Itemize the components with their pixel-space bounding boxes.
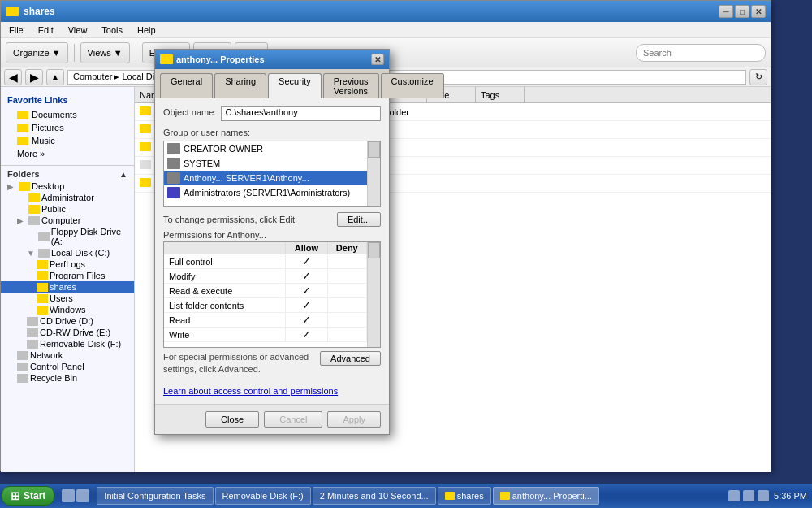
tree-programfiles[interactable]: Program Files: [1, 270, 134, 281]
user-list-container: CREATOR OWNER SYSTEM Anthony... SERVER1\…: [163, 141, 381, 207]
tree-administrator[interactable]: Administrator: [1, 192, 134, 203]
tree-desktop[interactable]: ▶ Desktop: [1, 180, 134, 192]
tree-shares[interactable]: shares: [1, 281, 134, 293]
organize-button[interactable]: Organize ▼: [6, 42, 68, 63]
tree-users[interactable]: Users: [1, 293, 134, 304]
col-header-tags[interactable]: Tags: [476, 87, 525, 102]
perm-deny: [327, 284, 366, 298]
permissions-for-label: Permissions for Anthony...: [163, 230, 381, 240]
tab-customize[interactable]: Customize: [381, 73, 444, 98]
special-perms-row: For special permissions or advanced sett…: [163, 351, 381, 381]
perm-deny: [327, 313, 366, 328]
taskbar-separator: [58, 488, 58, 504]
perm-allow: ✓: [286, 254, 327, 269]
taskbar-shares[interactable]: shares: [438, 487, 491, 505]
dialog-close-button[interactable]: ✕: [371, 54, 384, 65]
perm-row-listfolder: List folder contents ✓: [164, 298, 367, 313]
object-name-row: Object name: C:\shares\anthony: [163, 106, 381, 121]
views-button[interactable]: Views ▼: [80, 42, 130, 63]
sidebar-item-music[interactable]: Music: [1, 134, 134, 147]
title-left: shares: [6, 6, 55, 17]
cancel-button[interactable]: Cancel: [264, 411, 322, 428]
tree-recyclebin[interactable]: Recycle Bin: [1, 372, 134, 384]
perm-allow: ✓: [286, 298, 327, 313]
close-button[interactable]: ✕: [751, 5, 766, 18]
advanced-button[interactable]: Advanced: [320, 351, 381, 366]
tree-removable[interactable]: Removable Disk (F:): [1, 338, 134, 350]
group-label: Group or user names:: [163, 128, 381, 137]
user-row-system[interactable]: SYSTEM: [164, 156, 367, 171]
folders-collapse-icon[interactable]: ▲: [119, 170, 127, 179]
recyclebin-icon: [17, 374, 28, 383]
user-name: SYSTEM: [184, 158, 220, 168]
tree-controlpanel[interactable]: Control Panel: [1, 361, 134, 372]
apply-button[interactable]: Apply: [327, 411, 381, 428]
shares-taskbar-icon: [445, 492, 455, 500]
forward-button[interactable]: ▶: [25, 69, 43, 85]
dialog-buttons: Close Cancel Apply: [155, 404, 389, 434]
search-input[interactable]: [636, 44, 766, 62]
user-list: CREATOR OWNER SYSTEM Anthony... SERVER1\…: [164, 141, 367, 206]
up-button[interactable]: ▲: [46, 69, 64, 85]
tree-localdisk[interactable]: ▼ Local Disk (C:): [1, 247, 134, 258]
close-dialog-button[interactable]: Close: [205, 411, 259, 428]
tab-bar: General Sharing Security Previous Versio…: [155, 69, 389, 98]
edit-button[interactable]: Edit...: [337, 212, 381, 227]
menu-view[interactable]: View: [65, 25, 91, 35]
refresh-button[interactable]: ↻: [749, 69, 767, 85]
menu-help[interactable]: Help: [134, 25, 159, 35]
tab-security[interactable]: Security: [268, 73, 322, 98]
shares-icon: [37, 283, 48, 292]
perflogs-icon: [37, 260, 48, 269]
user-row-creator[interactable]: CREATOR OWNER: [164, 141, 367, 156]
user-row-administrators[interactable]: Administrators (SERVER1\Administrators): [164, 185, 367, 200]
perm-row-modify: Modify ✓: [164, 269, 367, 284]
tab-general[interactable]: General: [160, 73, 213, 98]
toolbar-separator-2: [136, 44, 136, 62]
perm-row-fullcontrol: Full control ✓: [164, 254, 367, 269]
maximize-button[interactable]: □: [735, 5, 749, 18]
tree-public[interactable]: Public: [1, 203, 134, 215]
taskbar-configtasks[interactable]: Initial Configuration Tasks: [97, 487, 213, 505]
perm-scrollbar[interactable]: [367, 242, 380, 347]
tab-previous-versions[interactable]: Previous Versions: [323, 73, 379, 98]
sidebar-item-pictures[interactable]: Pictures: [1, 121, 134, 134]
desktop-icon: [19, 182, 30, 191]
start-button[interactable]: ⊞ Start: [2, 486, 54, 506]
menu-edit[interactable]: Edit: [35, 25, 57, 35]
cdrw-icon: [27, 328, 38, 337]
menu-file[interactable]: File: [6, 25, 27, 35]
perm-row-write: Write ✓: [164, 328, 367, 342]
learn-link[interactable]: Learn about access control and permissio…: [163, 386, 381, 396]
menu-tools[interactable]: Tools: [98, 25, 126, 35]
user-row-anthony[interactable]: Anthony... SERVER1\Anthony...: [164, 171, 367, 185]
cddrive-icon: [27, 317, 38, 326]
controlpanel-icon: [17, 363, 28, 371]
taskbar-properties[interactable]: anthony... Properti...: [493, 487, 599, 505]
tree-windows[interactable]: Windows: [1, 304, 134, 315]
user-list-scrollbar[interactable]: [367, 141, 380, 206]
sidebar-item-documents[interactable]: Documents: [1, 108, 134, 121]
favorite-links-title: Favorite Links: [1, 93, 134, 106]
taskbar-removable[interactable]: Removable Disk (F:): [215, 487, 311, 505]
tree-cddrive[interactable]: CD Drive (D:): [1, 315, 134, 327]
taskbar-timer[interactable]: 2 Minutes and 10 Second...: [313, 487, 436, 505]
explorer-titlebar: shares ─ □ ✕: [1, 1, 771, 22]
object-name-label: Object name:: [163, 107, 216, 117]
tray-icon-1: [728, 490, 740, 501]
favorite-links-section: Favorite Links Documents Pictures Music …: [1, 93, 134, 160]
quicklaunch-folder-icon[interactable]: [76, 489, 89, 502]
sidebar-item-more[interactable]: More »: [1, 147, 134, 160]
back-button[interactable]: ◀: [4, 69, 22, 85]
quicklaunch-ie-icon[interactable]: [62, 489, 75, 502]
tree-perflogs[interactable]: PerfLogs: [1, 258, 134, 270]
tree-computer[interactable]: ▶ Computer: [1, 215, 134, 226]
minimize-button[interactable]: ─: [719, 5, 733, 18]
permissions-container: Allow Deny Full control ✓ Modify ✓ Read …: [163, 241, 381, 348]
perm-row-read: Read ✓: [164, 313, 367, 328]
tab-sharing[interactable]: Sharing: [214, 73, 266, 98]
tree-network[interactable]: Network: [1, 350, 134, 361]
admin-icon: [167, 187, 180, 198]
tree-cdrw[interactable]: CD-RW Drive (E:): [1, 327, 134, 338]
tree-floppy[interactable]: Floppy Disk Drive (A:: [1, 226, 134, 247]
